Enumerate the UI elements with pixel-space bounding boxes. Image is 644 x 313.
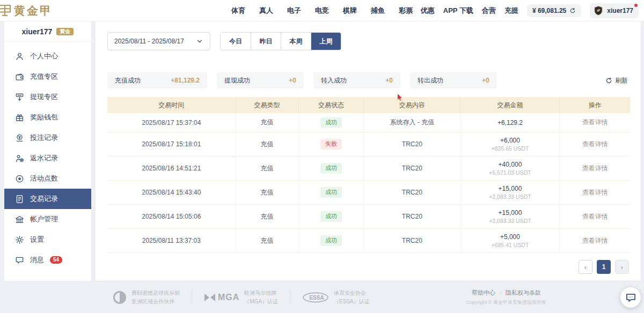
prev-page-button[interactable]: ‹	[579, 260, 592, 274]
cell-content: TRC20	[363, 132, 460, 156]
bet-record-icon	[15, 133, 24, 143]
sidebar-item-6[interactable]: 活动点数	[4, 168, 91, 189]
view-details-link[interactable]: 查看详情	[582, 164, 608, 173]
sidebar-item-10[interactable]: 消息54	[4, 250, 91, 270]
cell-action: 查看详情	[559, 132, 630, 156]
cell-type: 充值	[236, 113, 298, 132]
view-details-link[interactable]: 查看详情	[582, 236, 608, 245]
cell-type: 充值	[236, 132, 298, 156]
sidebar-item-5[interactable]: 返水记录	[4, 148, 91, 168]
sidebar-item-4[interactable]: 投注记录	[4, 128, 91, 148]
quick-link-3[interactable]: 充提	[504, 6, 518, 16]
nav-game-0[interactable]: 体育	[231, 6, 245, 16]
footer-right: 帮助中心›隐私权与条款 Copyright © 黄金甲体育集团版权所有	[466, 289, 546, 306]
stat-label: 充值成功	[115, 76, 141, 85]
sidebar: xiuer177 黄金 个人中心充值专区提现专区奖励钱包投注记录返水记录活动点数…	[4, 21, 91, 281]
cell-content: 系统存入 - 充值	[363, 113, 460, 132]
cell-time: 2025/08/17 15:18:01	[107, 132, 236, 156]
nav-game-1[interactable]: 真人	[259, 6, 273, 16]
user-icon	[15, 52, 24, 61]
range-tab-1[interactable]: 昨日	[251, 33, 281, 50]
cell-content: TRC20	[363, 156, 460, 180]
top-header: 黄金甲 体育真人电子电竞棋牌捕鱼彩票 优惠APP 下载合营充提 ¥ 69,081…	[0, 0, 644, 21]
current-page-button[interactable]: 1	[597, 260, 611, 274]
sidebar-item-label: 活动点数	[30, 174, 58, 183]
partner-line1: 欧洲马尔他牌	[244, 290, 276, 296]
svg-text:ESSA: ESSA	[309, 294, 324, 300]
range-tab-2[interactable]: 本周	[281, 33, 311, 50]
refresh-balance-icon[interactable]	[569, 8, 576, 14]
amount-sub: +695.41 USDT	[492, 242, 529, 248]
view-details-link[interactable]: 查看详情	[582, 212, 608, 221]
amount-sub: +2,083.33 USDT	[489, 193, 531, 200]
footer-link-0[interactable]: 帮助中心	[472, 289, 495, 297]
nav-game-3[interactable]: 电竞	[315, 6, 329, 16]
cell-amount: +15,000+2,083.33 USDT	[460, 205, 559, 228]
view-details-link[interactable]: 查看详情	[582, 188, 608, 197]
brand-logo[interactable]: 黄金甲	[0, 3, 53, 19]
range-tab-3[interactable]: 上周	[311, 33, 341, 50]
cell-amount: +40,000+5,571.03 USDT	[460, 156, 559, 180]
sidebar-item-1[interactable]: 充值专区	[4, 66, 91, 87]
refresh-button[interactable]: 刷新	[605, 76, 630, 85]
nav-game-6[interactable]: 彩票	[399, 6, 413, 16]
table-body: 2025/08/17 15:37:04充值成功系统存入 - 充值+6,129.2…	[107, 113, 630, 253]
footer-partners: 费耶诺德足球俱乐部亚洲区域合作伙伴MGA欧洲马尔他牌（MGA）认证ESSA体育安…	[113, 289, 370, 305]
partner-text: 体育安全协会（ESSA）认证	[334, 289, 370, 305]
sidebar-item-label: 个人中心	[30, 51, 58, 61]
view-details-link[interactable]: 查看详情	[582, 118, 608, 127]
table-row: 2025/08/11 13:37:03充值成功TRC20+5,000+695.4…	[107, 229, 630, 253]
sidebar-item-0[interactable]: 个人中心	[4, 46, 91, 66]
quick-link-1[interactable]: APP 下载	[443, 6, 473, 16]
cell-time: 2025/08/17 15:37:04	[107, 113, 236, 132]
gift-icon	[15, 113, 24, 122]
status-badge: 成功	[320, 117, 342, 128]
table-row: 2025/08/14 15:05:06充值成功TRC20+15,000+2,08…	[107, 205, 630, 229]
quick-link-0[interactable]: 优惠	[421, 6, 435, 16]
sidebar-item-7[interactable]: 交易记录	[4, 189, 91, 209]
main-panel: 2025/08/11 - 2025/08/17 今日昨日本周上周 充值成功+81…	[96, 21, 641, 281]
range-tab-0[interactable]: 今日	[221, 33, 251, 50]
cell-action: 查看详情	[559, 205, 630, 228]
cell-time: 2025/08/11 13:37:03	[107, 229, 236, 252]
points-icon	[15, 174, 24, 183]
sidebar-item-9[interactable]: 设置	[4, 229, 91, 250]
quick-link-2[interactable]: 合营	[482, 6, 496, 16]
withdraw-icon	[15, 93, 24, 102]
cell-status: 失败	[298, 132, 364, 156]
cell-content: TRC20	[363, 205, 460, 228]
support-chat-button[interactable]	[620, 287, 641, 308]
sidebar-item-2[interactable]: 提现专区	[4, 87, 91, 107]
range-tabs: 今日昨日本周上周	[220, 32, 341, 50]
column-header-2: 交易状态	[298, 97, 364, 113]
stat-pill-1: 提现成功+0	[217, 72, 304, 88]
amount-main: +15,000	[499, 209, 522, 217]
footer-link-1[interactable]: 隐私权与条款	[506, 289, 541, 297]
nav-game-4[interactable]: 棋牌	[343, 6, 357, 16]
amount-main: +40,000	[499, 161, 522, 168]
sidebar-username: xiuer177	[22, 27, 53, 36]
sidebar-item-label: 投注记录	[30, 133, 58, 143]
view-details-link[interactable]: 查看详情	[582, 140, 608, 149]
sidebar-item-3[interactable]: 奖励钱包	[4, 107, 91, 128]
refresh-label: 刷新	[615, 76, 628, 85]
column-header-5: 操作	[559, 97, 630, 113]
cell-amount: +15,000+2,083.33 USDT	[460, 181, 559, 204]
partner-separator	[290, 290, 290, 305]
table-header-row: 交易时间交易类型交易状态交易内容交易金额操作	[107, 97, 630, 113]
cell-status: 成功	[298, 229, 364, 252]
nav-game-5[interactable]: 捕鱼	[371, 6, 385, 16]
next-page-button[interactable]: ›	[615, 260, 629, 274]
nav-game-2[interactable]: 电子	[287, 6, 301, 16]
partner-text: 费耶诺德足球俱乐部亚洲区域合作伙伴	[131, 289, 180, 305]
sidebar-item-8[interactable]: 帐户管理	[4, 209, 91, 229]
sidebar-item-label: 奖励钱包	[30, 113, 58, 122]
gear-icon	[15, 235, 24, 244]
rebate-icon	[15, 154, 24, 163]
sidebar-item-label: 充值专区	[30, 72, 58, 81]
date-range-select[interactable]: 2025/08/11 - 2025/08/17	[107, 32, 210, 50]
footer: 费耶诺德足球俱乐部亚洲区域合作伙伴MGA欧洲马尔他牌（MGA）认证ESSA体育安…	[96, 281, 641, 313]
balance-pill[interactable]: ¥ 69,081.25	[527, 4, 581, 17]
user-menu[interactable]: xiuer177	[590, 3, 639, 18]
filter-row: 2025/08/11 - 2025/08/17 今日昨日本周上周	[107, 32, 630, 50]
